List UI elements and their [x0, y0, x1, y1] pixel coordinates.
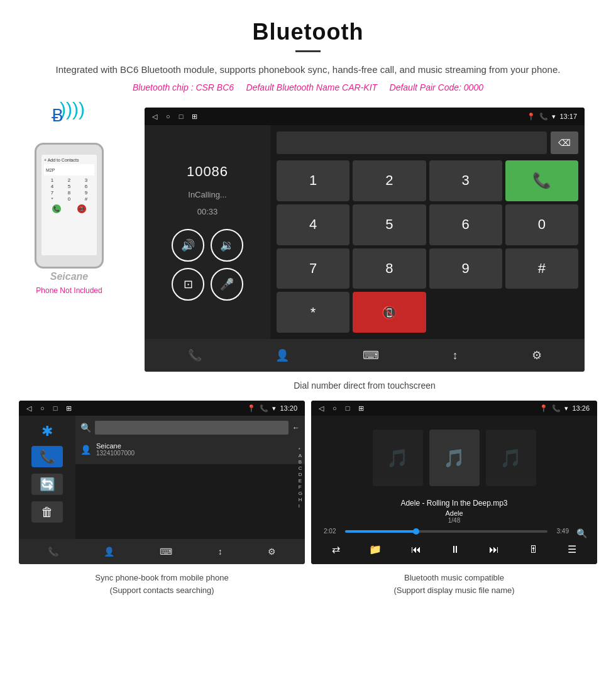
dial-timer: 00:33 — [197, 207, 218, 216]
nav-phone-icon[interactable]: 📞 — [188, 348, 202, 362]
music-call-icon: 📞 — [552, 404, 561, 413]
phone-end-button: 📵 — [77, 204, 86, 213]
phone-mock-area: )))) Ƀ + Add to Contacts M2P 1 2 3 4 5 — [19, 99, 119, 295]
spec-name: Default Bluetooth Name CAR-KIT — [246, 82, 378, 92]
recents-icon: □ — [179, 113, 184, 120]
call-button[interactable]: 📞 — [505, 160, 578, 201]
wifi-icon: ▾ — [552, 113, 556, 121]
folder-button[interactable]: 📁 — [369, 543, 382, 555]
title-divider — [295, 50, 321, 52]
header-specs: Bluetooth chip : CSR BC6 Default Bluetoo… — [38, 82, 578, 92]
seek-current-time: 2:02 — [324, 528, 341, 535]
song-artist: Adele — [317, 509, 591, 517]
key-9[interactable]: 9 — [429, 248, 502, 289]
nav-bar: 📞 👤 ⌨ ↕ ⚙ — [145, 339, 585, 372]
next-button[interactable]: ⏭ — [489, 544, 499, 555]
header-description: Integrated with BC6 Bluetooth module, su… — [38, 62, 578, 77]
main-content-area: )))) Ƀ + Add to Contacts M2P 1 2 3 4 5 — [0, 99, 616, 401]
status-bar-left: ◁ ○ □ ⊞ — [152, 113, 197, 121]
spec-chip: Bluetooth chip : CSR BC6 — [133, 82, 234, 92]
pb-time: 13:20 — [280, 404, 297, 412]
key-3[interactable]: 3 — [429, 160, 502, 201]
pb-contact-item[interactable]: 👤 Seicane 13241007000 — [80, 440, 300, 459]
key-hash[interactable]: # — [505, 248, 578, 289]
bluetooth-icon-area: )))) Ƀ — [50, 99, 88, 136]
pb-nav-bar: 📞 👤 ⌨ ↕ ⚙ — [19, 539, 305, 564]
music-back-icon: ◁ — [319, 404, 324, 413]
end-call-button[interactable]: 📵 — [353, 292, 426, 333]
music-wifi-icon: ▾ — [564, 404, 568, 413]
pb-nav-phone-icon[interactable]: 📞 — [48, 547, 58, 557]
nav-contacts-icon[interactable]: 👤 — [275, 348, 289, 362]
phone-keypad: 1 2 3 4 5 6 7 8 9 * 0 # — [44, 177, 94, 202]
music-status-right: 📍 📞 ▾ 13:26 — [539, 404, 590, 413]
phone-number-display: M2P — [44, 164, 94, 175]
back-icon: ◁ — [152, 113, 157, 121]
page-title: Bluetooth — [38, 19, 578, 45]
key-1[interactable]: 1 — [277, 160, 349, 201]
key-2[interactable]: 2 — [353, 160, 426, 201]
volume-up-button[interactable]: 🔊 — [172, 229, 204, 262]
volume-down-button[interactable]: 🔉 — [211, 229, 243, 262]
contact-details: Seicane 13241007000 — [96, 442, 135, 457]
phonebook-right: 🔍 ← 👤 Seicane 13241007000 — [75, 416, 305, 464]
shuffle-button[interactable]: ⇄ — [332, 543, 340, 555]
contact-number: 13241007000 — [96, 450, 135, 457]
dial-content: 10086 InCalling... 00:33 🔊 🔉 ⊡ 🎤 — [145, 125, 585, 339]
music-note-icon-prev: 🎵 — [387, 448, 409, 469]
nav-keypad-icon[interactable]: ⌨ — [363, 348, 379, 362]
key-0[interactable]: 0 — [505, 204, 578, 245]
seek-track[interactable] — [345, 530, 547, 533]
key-5[interactable]: 5 — [353, 204, 426, 245]
key-7[interactable]: 7 — [277, 248, 349, 289]
phonebook-content: ✱ 📞 🔄 🗑 🔍 ← 👤 Seicane — [19, 416, 305, 539]
delete-sidebar-button[interactable]: 🗑 — [31, 501, 63, 523]
phone-not-included-label: Phone Not Included — [36, 286, 102, 295]
key-8[interactable]: 8 — [353, 248, 426, 289]
dial-controls-row-2: ⊡ 🎤 — [172, 268, 243, 301]
music-info: Adele - Rolling In the Deep.mp3 Adele 1/… — [317, 499, 591, 524]
nav-transfer-icon[interactable]: ↕ — [453, 349, 458, 362]
pb-menu-icon: ⊞ — [66, 404, 72, 413]
status-bar-right: 📍 📞 ▾ 13:17 — [527, 113, 577, 121]
pb-nav-keypad-icon[interactable]: ⌨ — [160, 547, 172, 557]
mute-button[interactable]: 🎤 — [211, 268, 243, 301]
pb-nav-transfer-icon[interactable]: ↕ — [218, 547, 223, 557]
sync-sidebar-button[interactable]: 🔄 — [31, 474, 63, 495]
dial-input-row: ⌫ — [277, 131, 578, 154]
search-icon: 🔍 — [80, 423, 91, 433]
phone-call-button: 📞 — [52, 204, 61, 213]
album-art-prev: 🎵 — [373, 430, 423, 486]
key-6[interactable]: 6 — [429, 204, 502, 245]
pb-search-input[interactable] — [95, 421, 289, 435]
call-sidebar-button[interactable]: 📞 — [31, 446, 63, 467]
main-caption: Dial number direct from touchscreen — [132, 380, 597, 391]
playlist-button[interactable]: ☰ — [568, 543, 576, 555]
contact-avatar-icon: 👤 — [80, 445, 91, 455]
key-4[interactable]: 4 — [277, 204, 349, 245]
pb-nav-settings-icon[interactable]: ⚙ — [268, 547, 276, 557]
phonebook-left-sidebar: ✱ 📞 🔄 🗑 — [19, 416, 75, 539]
music-seek-bar[interactable]: 2:02 3:49 — [321, 528, 571, 535]
status-time: 13:17 — [559, 113, 577, 120]
music-search-icon[interactable]: 🔍 — [576, 528, 587, 538]
dial-status: InCalling... — [188, 190, 226, 199]
keypad-grid: 1 2 3 📞 4 5 6 0 7 8 9 # * — [277, 160, 578, 333]
backspace-button[interactable]: ⌫ — [551, 131, 578, 154]
prev-button[interactable]: ⏮ — [411, 544, 421, 555]
music-time: 13:26 — [572, 404, 590, 412]
dial-left-panel: 10086 InCalling... 00:33 🔊 🔉 ⊡ 🎤 — [145, 125, 270, 339]
pb-nav-contacts-icon[interactable]: 👤 — [104, 547, 114, 557]
pb-wifi-icon: ▾ — [272, 404, 276, 413]
music-status-bar: ◁ ○ □ ⊞ 📍 📞 ▾ 13:26 — [311, 401, 597, 416]
equalizer-button[interactable]: 🎚 — [529, 544, 539, 555]
transfer-button[interactable]: ⊡ — [172, 268, 204, 301]
music-status-left: ◁ ○ □ ⊞ — [319, 404, 364, 413]
music-menu-icon: ⊞ — [358, 404, 364, 413]
spec-code: Default Pair Code: 0000 — [390, 82, 483, 92]
key-star[interactable]: * — [277, 292, 349, 333]
play-pause-button[interactable]: ⏸ — [450, 544, 460, 555]
pb-location-icon: 📍 — [247, 404, 256, 413]
nav-settings-icon[interactable]: ⚙ — [532, 348, 542, 362]
pb-call-icon: 📞 — [260, 404, 268, 413]
